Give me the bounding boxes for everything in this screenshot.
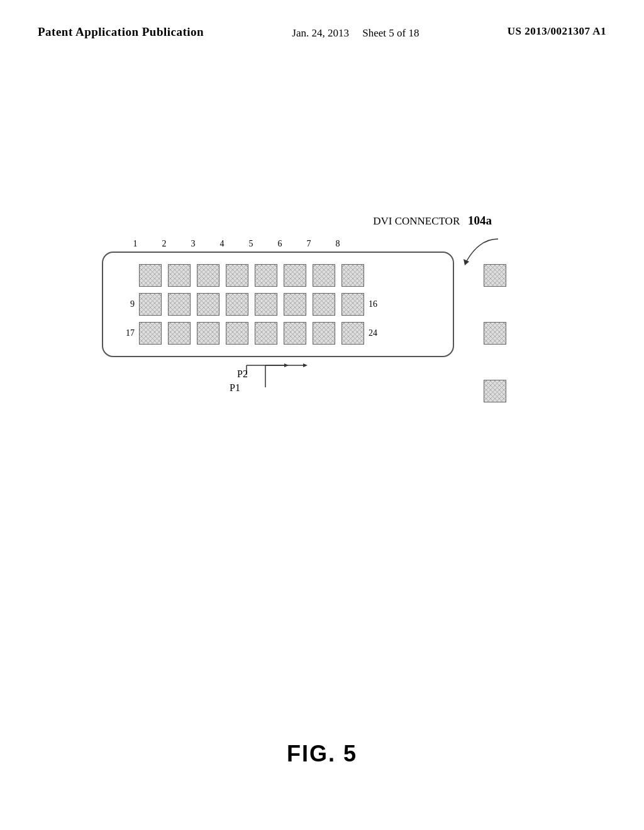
pin-20 (226, 322, 248, 345)
pin-16 (341, 293, 364, 316)
p1-text: P1 (230, 382, 240, 393)
pin-13 (255, 293, 277, 316)
pin-2 (168, 264, 191, 287)
pin-row-1 (117, 264, 439, 287)
sheet-info: Sheet 5 of 18 (362, 27, 419, 39)
pin-24 (341, 322, 364, 345)
row-label-17: 17 (117, 329, 135, 338)
pin-4 (226, 264, 248, 287)
connector-label: DVI CONNECTOR 104a (373, 214, 492, 228)
p-labels-container: P2 P1 (102, 362, 454, 406)
pin-19 (197, 322, 219, 345)
column-labels: 1 2 3 4 5 6 7 8 (121, 239, 454, 249)
col-label-2: 2 (150, 239, 179, 249)
row-label-9: 9 (117, 300, 135, 309)
connector-label-text: DVI CONNECTOR (373, 215, 460, 227)
row-end-label-24: 24 (369, 329, 377, 338)
pin-row-2: 9 16 (117, 293, 439, 316)
pin-15 (313, 293, 335, 316)
pin-8 (341, 264, 364, 287)
publication-number: US 2013/0021307 A1 (508, 25, 606, 38)
pin-6 (284, 264, 306, 287)
diagram-content: DVI CONNECTOR 104a 1 2 3 4 5 6 7 8 (38, 239, 606, 406)
pin-row-3: 17 24 (117, 322, 439, 345)
pin-22 (284, 322, 306, 345)
pin-11 (197, 293, 219, 316)
col-label-5: 5 (236, 239, 265, 249)
p2-text: P2 (237, 368, 248, 379)
col-label-6: 6 (265, 239, 294, 249)
pin-12 (226, 293, 248, 316)
svg-marker-0 (464, 259, 469, 265)
extra-pin-bottom (484, 380, 506, 402)
publication-date: Jan. 24, 2013 (292, 27, 349, 39)
col-label-7: 7 (294, 239, 323, 249)
pin-grid: 9 16 17 (117, 264, 439, 345)
pin-9 (139, 293, 162, 316)
pin-7 (313, 264, 335, 287)
extra-pin-top (484, 264, 506, 287)
p-labels-svg: P2 P1 (165, 362, 416, 409)
figure-label: FIG. 5 (287, 741, 357, 767)
pin-23 (313, 322, 335, 345)
pin-14 (284, 293, 306, 316)
publication-type: Patent Application Publication (38, 25, 204, 39)
connector-id: 104a (468, 214, 492, 227)
pin-spacer (484, 293, 506, 316)
row-end-label-16: 16 (369, 300, 377, 309)
pin-3 (197, 264, 219, 287)
svg-marker-6 (303, 363, 308, 367)
pin-spacer-2 (484, 351, 506, 374)
col-label-1: 1 (121, 239, 150, 249)
pin-21 (255, 322, 277, 345)
extra-pins (480, 264, 509, 402)
page-header: Patent Application Publication Jan. 24, … (0, 0, 644, 42)
connector-box: 9 16 17 (102, 252, 454, 357)
dvi-connector-diagram: DVI CONNECTOR 104a 1 2 3 4 5 6 7 8 (102, 239, 542, 406)
pin-5 (255, 264, 277, 287)
extra-pin-middle (484, 322, 506, 345)
col-label-3: 3 (179, 239, 208, 249)
pin-1 (139, 264, 162, 287)
pin-17 (139, 322, 162, 345)
svg-marker-5 (284, 363, 289, 367)
pin-10 (168, 293, 191, 316)
pin-18 (168, 322, 191, 345)
publication-date-sheet: Jan. 24, 2013 Sheet 5 of 18 (292, 25, 419, 42)
col-label-4: 4 (208, 239, 236, 249)
col-label-8: 8 (323, 239, 352, 249)
